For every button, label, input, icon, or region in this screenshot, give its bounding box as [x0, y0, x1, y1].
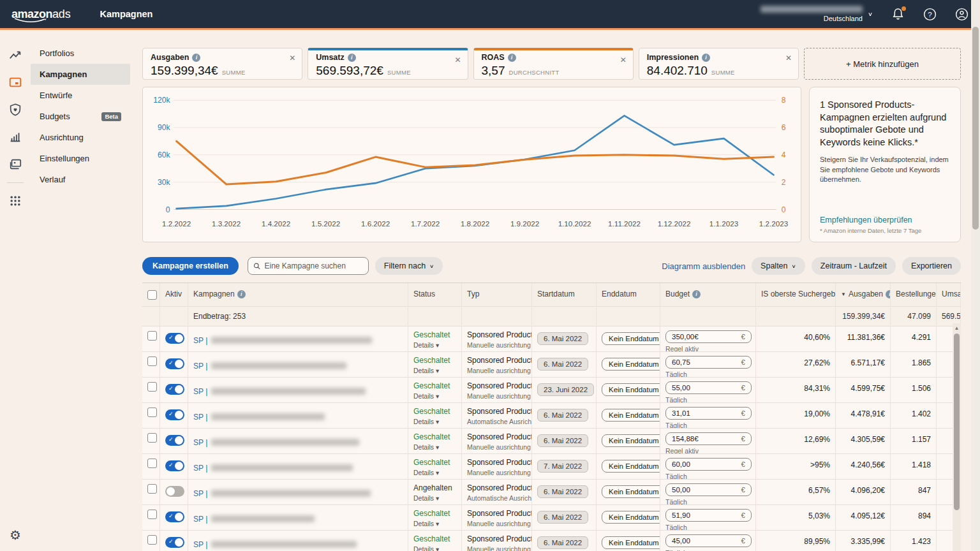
- search-input[interactable]: [264, 261, 362, 270]
- metric-card-roas[interactable]: ROASi ✕ 3,57DURCHSCHNITT: [473, 48, 634, 80]
- status-details-expander[interactable]: Details ▾: [413, 469, 456, 476]
- status-details-expander[interactable]: Details ▾: [413, 494, 456, 502]
- campaign-name-cell[interactable]: SP |: [188, 352, 408, 378]
- start-date-picker[interactable]: 6. Mai 2022: [537, 409, 588, 422]
- campaign-active-toggle[interactable]: ✓: [165, 409, 184, 420]
- budget-input[interactable]: 60,75€: [665, 356, 752, 369]
- campaign-name-cell[interactable]: SP |: [188, 403, 408, 429]
- date-range-button[interactable]: Zeitraum - Laufzeit: [812, 257, 896, 275]
- status-details-expander[interactable]: Details ▾: [413, 545, 456, 551]
- hide-chart-link[interactable]: Diagramm ausblenden: [662, 261, 745, 271]
- help-button[interactable]: ?: [923, 7, 937, 21]
- budget-input[interactable]: 50,00€: [665, 483, 752, 496]
- amazon-ads-logo[interactable]: amazonads: [11, 8, 70, 21]
- end-date-picker[interactable]: Kein Enddatum: [602, 409, 660, 422]
- export-button[interactable]: Exportieren: [902, 257, 961, 275]
- campaign-active-toggle[interactable]: ✓: [165, 435, 184, 446]
- col-header-ausgaben-sorted[interactable]: ▼Ausgabeni: [836, 283, 891, 307]
- end-date-picker[interactable]: Kein Enddatum: [602, 511, 660, 524]
- close-icon[interactable]: ✕: [785, 54, 792, 62]
- info-icon[interactable]: i: [886, 290, 891, 298]
- row-checkbox[interactable]: [147, 535, 157, 545]
- page-scrollbar-thumb[interactable]: [972, 27, 979, 230]
- creatives-images-icon[interactable]: [8, 158, 22, 172]
- reports-bar-chart-icon[interactable]: [8, 130, 22, 144]
- col-header-startdatum[interactable]: Startdatum: [532, 283, 597, 307]
- campaign-search[interactable]: [248, 257, 369, 275]
- campaign-name-cell[interactable]: SP |: [188, 454, 408, 480]
- info-icon[interactable]: i: [192, 54, 200, 62]
- start-date-picker[interactable]: 6. Mai 2022: [537, 536, 588, 549]
- status-details-expander[interactable]: Details ▾: [413, 443, 456, 451]
- settings-gear-icon[interactable]: ⚙: [8, 528, 22, 542]
- col-header-enddatum[interactable]: Enddatum: [597, 283, 660, 307]
- scroll-up-icon[interactable]: ▲: [953, 323, 961, 331]
- table-scrollbar-thumb[interactable]: [954, 334, 960, 510]
- metric-card-impressionen[interactable]: Impressioneni ✕ 84.402.710SUMME: [639, 48, 799, 80]
- start-date-picker[interactable]: 6. Mai 2022: [537, 358, 588, 371]
- status-details-expander[interactable]: Details ▾: [413, 392, 456, 400]
- campaign-active-toggle[interactable]: ✓: [165, 333, 184, 344]
- row-checkbox[interactable]: [147, 408, 157, 417]
- table-scrollbar[interactable]: ▲: [953, 323, 961, 551]
- end-date-picker[interactable]: Kein Enddatum: [602, 434, 660, 447]
- page-scrollbar[interactable]: [971, 0, 980, 551]
- campaigns-card-icon[interactable]: [8, 75, 22, 89]
- brand-shield-icon[interactable]: [8, 103, 22, 117]
- performance-trend-icon[interactable]: [8, 48, 22, 62]
- budget-input[interactable]: 55,00€: [665, 381, 752, 394]
- sidebar-item-portfolios[interactable]: Portfolios: [31, 43, 130, 64]
- col-header-umsatz[interactable]: Umsatz: [937, 283, 961, 307]
- end-date-picker[interactable]: Kein Enddatum: [602, 332, 660, 345]
- info-icon[interactable]: i: [348, 54, 356, 62]
- info-icon[interactable]: i: [508, 54, 516, 62]
- campaign-name-cell[interactable]: SP |: [188, 327, 408, 352]
- budget-input[interactable]: 60,00€: [665, 458, 752, 471]
- row-checkbox[interactable]: [147, 382, 157, 392]
- end-date-picker[interactable]: Kein Enddatum: [602, 358, 660, 371]
- end-date-picker[interactable]: Kein Enddatum: [602, 460, 660, 473]
- row-checkbox[interactable]: [147, 356, 157, 366]
- start-date-picker[interactable]: 23. Juni 2022: [537, 383, 594, 396]
- profile-button[interactable]: [954, 7, 969, 21]
- campaign-name-cell[interactable]: SP |: [188, 378, 408, 403]
- create-campaign-button[interactable]: Kampagne erstellen: [142, 257, 239, 275]
- app-grid-icon[interactable]: [8, 194, 22, 208]
- start-date-picker[interactable]: 6. Mai 2022: [537, 511, 588, 524]
- campaign-name-cell[interactable]: SP |: [188, 429, 408, 454]
- notifications-button[interactable]: [891, 7, 905, 21]
- row-checkbox[interactable]: [147, 510, 157, 519]
- sidebar-item-ausrichtung[interactable]: Ausrichtung: [31, 127, 130, 148]
- col-header-status[interactable]: Status: [408, 283, 462, 307]
- end-date-picker[interactable]: Kein Enddatum: [602, 536, 660, 549]
- columns-dropdown[interactable]: Spalten∨: [752, 257, 805, 275]
- close-icon[interactable]: ✕: [289, 54, 295, 62]
- add-metric-button[interactable]: + Metrik hinzufügen: [804, 48, 961, 80]
- start-date-picker[interactable]: 6. Mai 2022: [537, 332, 588, 345]
- start-date-picker[interactable]: 6. Mai 2022: [537, 434, 588, 447]
- status-details-expander[interactable]: Details ▾: [413, 341, 456, 349]
- campaign-active-toggle[interactable]: ✓: [165, 511, 184, 522]
- col-header-bestellungen[interactable]: Bestellungeni: [891, 283, 937, 307]
- campaign-active-toggle[interactable]: ✓: [165, 384, 184, 395]
- info-icon[interactable]: i: [702, 54, 710, 62]
- select-all-checkbox[interactable]: [147, 290, 157, 300]
- campaign-name-cell[interactable]: SP |: [188, 531, 408, 551]
- col-header-is-suchergebnisse[interactable]: IS oberste Suchergebnissei: [756, 283, 836, 307]
- metric-card-ausgaben[interactable]: Ausgabeni ✕ 159.399,34€SUMME: [142, 48, 302, 80]
- row-checkbox[interactable]: [147, 433, 157, 443]
- sidebar-item-kampagnen[interactable]: Kampagnen: [31, 64, 130, 85]
- budget-input[interactable]: 31,01€: [665, 407, 752, 420]
- info-icon[interactable]: i: [237, 290, 246, 298]
- budget-input[interactable]: 51,90€: [665, 509, 752, 522]
- info-icon[interactable]: i: [692, 290, 701, 298]
- close-icon[interactable]: ✕: [620, 55, 627, 64]
- campaign-name-cell[interactable]: SP |: [188, 505, 408, 531]
- status-details-expander[interactable]: Details ▾: [413, 418, 456, 425]
- sidebar-item-verlauf[interactable]: Verlauf: [31, 169, 130, 190]
- close-icon[interactable]: ✕: [454, 55, 461, 64]
- budget-input[interactable]: 154,88€€: [665, 432, 752, 445]
- end-date-picker[interactable]: Kein Enddatum: [602, 383, 660, 396]
- campaign-active-toggle[interactable]: ✓: [165, 358, 184, 369]
- campaign-active-toggle[interactable]: ✓: [165, 460, 184, 471]
